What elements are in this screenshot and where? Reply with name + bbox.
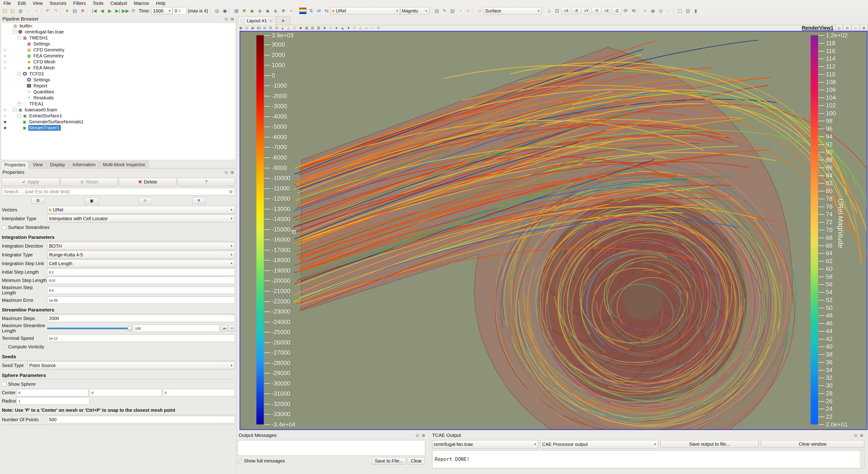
visibility-off-eye-icon[interactable]: ◎ xyxy=(3,60,8,64)
tab-layout-1[interactable]: ▫ Layout #1 ✕ xyxy=(238,17,276,25)
source-icon[interactable]: ✦ xyxy=(63,7,71,14)
save-to-file-button[interactable]: Save to File... xyxy=(372,457,406,465)
disconnect-server-icon[interactable]: ◌ xyxy=(25,7,32,14)
pressure-colorbar[interactable] xyxy=(256,35,264,424)
dock-close-icon[interactable]: ⊠ xyxy=(230,170,235,175)
open-file-icon[interactable]: ◰ xyxy=(1,7,8,14)
reload-defaults-button[interactable]: ⟳ xyxy=(139,197,152,204)
center-field-0[interactable]: 0 xyxy=(17,389,89,396)
tcae-output-type-combo[interactable]: CAE Processor output▼ xyxy=(540,440,658,448)
hover-cells-icon[interactable]: ◆ xyxy=(322,25,327,30)
select-surface-points-icon[interactable]: ⊟ xyxy=(274,25,279,30)
tree-expander-minus[interactable]: − xyxy=(13,108,17,112)
pipeline-item-centrifugal-fan-tcae[interactable]: −centrifugal-fan.tcae xyxy=(1,29,236,35)
visibility-off-eye-icon[interactable]: ◎ xyxy=(3,48,8,52)
show-legend-icon[interactable]: ▤ xyxy=(433,7,440,14)
rotation-center-icon[interactable]: + xyxy=(641,7,649,14)
last-frame-icon[interactable]: ▶▶ xyxy=(122,7,129,14)
component-combo[interactable]: Magnitu▼ xyxy=(400,7,429,14)
show-sphere-checkbox[interactable] xyxy=(2,382,6,386)
view-plus-z-icon[interactable]: +Z xyxy=(602,7,611,14)
text-3d-icon[interactable]: 3D xyxy=(256,25,261,30)
grow-selection-icon[interactable]: ▲ xyxy=(340,25,345,30)
search-options-icon[interactable]: ⊛ xyxy=(229,189,233,194)
pipeline-item-fea-mesh[interactable]: ◎◆FEA Mesh xyxy=(1,65,236,71)
tab-new-layout[interactable]: + xyxy=(276,17,290,25)
maximum-steps-field[interactable]: 2000 xyxy=(47,315,235,322)
pipeline-item-fea-geometry[interactable]: ◎▦FEA Geometry xyxy=(1,53,236,59)
zoom-to-box-icon[interactable]: ⊡ xyxy=(553,7,561,14)
pipeline-item-builtin[interactable]: ▥builtin: xyxy=(1,23,236,29)
show-full-messages-checkbox[interactable]: ✓ xyxy=(238,459,242,463)
visibility-off-eye-icon[interactable]: ◎ xyxy=(3,108,8,112)
time-inspector-icon[interactable]: ◔ xyxy=(457,7,464,14)
center-field-2[interactable]: 0 xyxy=(163,389,235,396)
edit-legend-icon[interactable]: ✎ xyxy=(441,7,448,14)
initial-step-length-field[interactable]: 0.2 xyxy=(47,268,235,276)
minus-icon[interactable]: − xyxy=(370,25,375,30)
slice-filter-icon[interactable]: ◈ xyxy=(256,7,264,14)
menu-tools[interactable]: Tools xyxy=(89,0,107,6)
extract-subset-icon[interactable]: ◈ xyxy=(272,7,279,14)
spreadsheet-view-icon[interactable]: ▥ xyxy=(684,7,691,14)
camera-redo-icon[interactable]: ◌ xyxy=(665,7,672,14)
pipeline-item-tcfd1[interactable]: −TCFD1 xyxy=(1,71,236,77)
play-icon[interactable]: ▶ xyxy=(106,7,114,14)
render-view[interactable]: 3.9e+033000200010000-1000-2000-3000-4000… xyxy=(240,31,868,430)
view-minus-z-icon[interactable]: -Z xyxy=(612,7,621,14)
maximum-streamline-length-slider[interactable] xyxy=(47,328,131,329)
slider-handle[interactable] xyxy=(128,326,132,331)
rescale-custom-icon[interactable]: ⇄ xyxy=(315,7,322,14)
undo-icon[interactable]: ↶ xyxy=(44,7,51,14)
save-defaults-button[interactable]: ▼ xyxy=(192,197,206,204)
histogram-icon[interactable]: ▮ xyxy=(692,7,700,14)
menu-macros[interactable]: Macros xyxy=(130,0,153,6)
tree-expander-plus[interactable]: + xyxy=(17,102,21,106)
apply-button[interactable]: ✔Apply xyxy=(2,178,59,186)
select-points-polygon-icon[interactable]: ◆ xyxy=(298,25,303,30)
maximum-error-field[interactable]: 1e-06 xyxy=(47,296,235,304)
interactive-select-points-icon[interactable]: ▨ xyxy=(316,25,321,30)
redo-icon[interactable]: ↷ xyxy=(52,7,59,14)
help-button[interactable]: ? xyxy=(177,178,235,186)
time-value-combo[interactable]: 1500▼ xyxy=(151,7,173,14)
integration-step-unit-combo[interactable]: Cell Length▼ xyxy=(47,260,235,267)
connect-server-icon[interactable]: ◍ xyxy=(17,7,24,14)
disabled-icon[interactable]: ⊘ xyxy=(376,25,381,30)
compute-vorticity-checkbox[interactable]: ✓ xyxy=(2,345,6,349)
view-minus-x-icon[interactable]: -X xyxy=(571,7,581,14)
colormap-editor-icon[interactable]: ▤ xyxy=(71,7,79,14)
pipeline-item-quantities[interactable]: ≈Quantities xyxy=(1,89,236,95)
dock-float-icon[interactable]: ⊡ xyxy=(224,17,228,21)
representation-combo[interactable]: Surface▼ xyxy=(484,7,541,14)
palette-icon[interactable]: ❖ xyxy=(79,7,86,14)
calculator-icon[interactable]: ▦ xyxy=(232,7,240,14)
reset-camera-icon[interactable]: ⌂ xyxy=(546,7,553,14)
menu-filters[interactable]: Filters xyxy=(70,0,89,6)
zoom-select-icon[interactable]: ◎ xyxy=(213,7,221,14)
tab-properties[interactable]: Properties xyxy=(1,161,29,169)
rotate-90-cw-icon[interactable]: ⟳ xyxy=(622,7,629,14)
save-output-to-file-button[interactable]: Save output to file... xyxy=(660,440,759,448)
search-input[interactable]: Search ... (use Esc to clear text) ⊛ xyxy=(2,188,235,195)
plus-icon[interactable]: + xyxy=(364,25,369,30)
tab-decorations-icon[interactable]: ▫ xyxy=(241,19,245,23)
rescale-to-data-icon[interactable]: ⇅ xyxy=(307,7,315,14)
select-surface-cells-icon[interactable]: ⊞ xyxy=(268,25,273,30)
shrink-selection-icon[interactable]: ▼ xyxy=(346,25,351,30)
view-plus-y-icon[interactable]: +Y xyxy=(582,7,591,14)
tree-expander-minus[interactable]: − xyxy=(13,30,17,34)
minimum-step-length-field[interactable]: 0.01 xyxy=(47,277,235,284)
selection-arrow-icon[interactable]: ➤ xyxy=(334,25,339,30)
paste-properties-button[interactable]: ▣ xyxy=(85,197,98,204)
legend-visibility-icon[interactable]: ▧ xyxy=(449,7,456,14)
output-messages-textarea[interactable] xyxy=(238,440,425,456)
pipeline-item-settings[interactable]: ▦Settings xyxy=(1,41,236,47)
zoom-to-data-icon[interactable]: ◎ xyxy=(262,25,268,30)
ruler-icon[interactable]: ▱ xyxy=(476,7,483,14)
hover-points-icon[interactable]: ◇ xyxy=(328,25,333,30)
visibility-off-eye-icon[interactable]: ◎ xyxy=(3,114,8,118)
dock-close-icon[interactable]: ⊠ xyxy=(859,433,864,438)
menu-view[interactable]: View xyxy=(29,0,46,6)
tree-expander-minus[interactable]: − xyxy=(17,36,21,40)
